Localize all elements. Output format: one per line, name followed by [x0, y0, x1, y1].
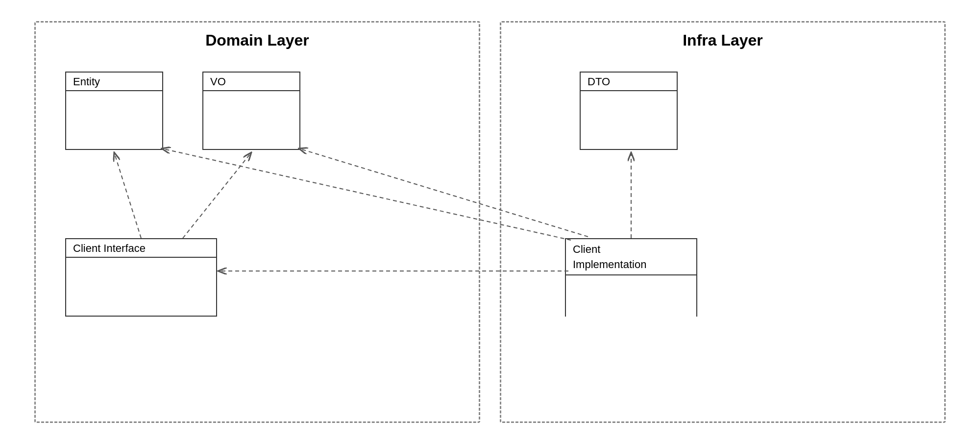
infra-arrows [501, 23, 944, 421]
domain-layer: Domain Layer Entity VO Client Interface [34, 21, 480, 423]
client-interface-box: Client Interface [65, 238, 217, 317]
dto-box: DTO [580, 72, 678, 150]
ci-to-entity-arrow [114, 152, 141, 238]
entity-box: Entity [65, 72, 163, 150]
dto-label: DTO [581, 73, 677, 91]
vo-label: VO [203, 73, 299, 91]
entity-label: Entity [66, 73, 162, 91]
client-impl-box: ClientImplementation [565, 238, 697, 317]
client-impl-label: ClientImplementation [566, 239, 696, 275]
vo-box: VO [202, 72, 300, 150]
domain-layer-title: Domain Layer [205, 31, 309, 49]
diagram-container: Domain Layer Entity VO Client Interface [34, 21, 946, 423]
infra-layer: Infra Layer DTO ClientImplementation [500, 21, 946, 423]
ci-to-vo-arrow [183, 152, 251, 238]
client-interface-label: Client Interface [66, 239, 216, 258]
infra-layer-title: Infra Layer [683, 31, 763, 49]
